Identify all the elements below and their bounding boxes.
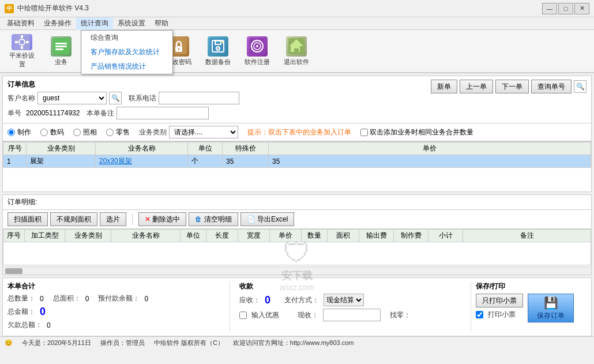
detail-table-wrapper[interactable]: 序号 加工类型 业务类别 业务名称 单位 长度 宽度 单价 数量 面积 输出费 … [3, 229, 591, 267]
cell-special-price: 35 [223, 155, 269, 168]
business-type-label: 业务类别 [139, 127, 167, 137]
summary-title: 本单合计 [7, 282, 230, 291]
phone-label: 联系电话 [129, 93, 156, 103]
svg-rect-8 [55, 46, 67, 47]
order-table: 序号 业务类别 业务名称 单位 特殊价 单价 1 展架 20x30展架 个 35… [2, 141, 592, 192]
query-order-button[interactable]: 查询单号 [531, 80, 572, 93]
menu-business[interactable]: 业务操作 [39, 17, 76, 30]
customer-search-button[interactable]: 🔍 [109, 92, 122, 104]
payment-section: 收款 应收： 0 支付方式： 现金结算 转账 微信 支付宝 输入优惠 现收： 找… [230, 282, 471, 332]
merge-checkbox-label[interactable]: 双击添加业务时相同业务合并数量 [360, 127, 473, 137]
area-label: 总面积： [53, 294, 81, 303]
detail-header: 订单明细: [3, 195, 591, 210]
radio-retail: 零售 [106, 127, 130, 137]
new-order-button[interactable]: 新单 [431, 80, 457, 93]
save-print-section: 保存/打印 只打印小票 打印小票 💾 保存订单 [471, 282, 587, 332]
svg-rect-27 [216, 42, 220, 44]
website-text: 欢迎访问官方网址：http://www.my803.com [233, 339, 354, 347]
prev-order-button[interactable]: 上一单 [460, 80, 493, 93]
today-text: 今天是：2020年5月11日 [22, 339, 91, 347]
note-label: 本单备注 [87, 108, 114, 118]
dropdown-product-sales[interactable]: 产品销售情况统计 [81, 59, 172, 74]
radio-toolbar: 制作 数码 照相 零售 业务类别 请选择.... 提示：双击下表中的业务加入订单… [2, 123, 592, 141]
dropdown-customer-balance[interactable]: 客户预存款及欠款统计 [81, 45, 172, 59]
order-info-title: 订单信息 [7, 80, 239, 89]
note-input[interactable] [116, 107, 209, 119]
discount-checkbox[interactable] [239, 312, 247, 319]
clear-detail-button[interactable]: 🗑 清空明细 [189, 212, 238, 226]
change-label: 找零： [390, 310, 411, 320]
payment-method-select[interactable]: 现金结算 转账 微信 支付宝 [324, 294, 364, 306]
count-value: 0 [40, 295, 44, 303]
radio-retail-input[interactable] [106, 129, 114, 136]
business-icon [51, 36, 72, 57]
merge-checkbox[interactable] [360, 129, 368, 136]
irregular-area-button[interactable]: 不规则面积 [50, 212, 97, 226]
radio-make-input[interactable] [7, 129, 15, 136]
order-search-button[interactable]: 🔍 [574, 80, 587, 93]
merge-label: 双击添加业务时相同业务合并数量 [370, 127, 473, 137]
toolbar-register[interactable]: 软件注册 [240, 33, 275, 69]
summary-section: 本单合计 总数量： 0 总面积： 0 预付款余额： 0 总金额： 0 欠款总额：… [7, 282, 230, 332]
toolbar-exit[interactable]: 退出软件 [279, 33, 314, 69]
total-amount-value: 0 [40, 306, 46, 318]
dcol-length: 长度 [206, 230, 238, 242]
menu-settings[interactable]: 系统设置 [113, 17, 150, 30]
detail-toolbar: 扫描面积 不规则面积 选片 ✕ 删除选中 🗑 清空明细 📄 导出Excel [3, 210, 591, 229]
status-icon: 😊 [5, 339, 13, 347]
bottom-area: 本单合计 总数量： 0 总面积： 0 预付款余额： 0 总金额： 0 欠款总额：… [2, 277, 592, 336]
export-excel-button[interactable]: 📄 导出Excel [240, 212, 295, 226]
toolbar-backup[interactable]: 数据备份 [201, 33, 235, 69]
dcol-biz-type: 业务类别 [65, 230, 111, 242]
tip-text: 提示：双击下表中的业务加入订单 [247, 127, 351, 137]
svg-rect-2 [21, 35, 23, 38]
dcol-process-type: 加工类型 [25, 230, 65, 242]
menu-stats[interactable]: 统计查询 [76, 17, 113, 30]
dcol-unit-price: 单价 [270, 230, 302, 242]
svg-rect-38 [294, 48, 299, 52]
count-label: 总数量： [7, 294, 35, 303]
delete-selected-button[interactable]: ✕ 删除选中 [138, 212, 186, 226]
svg-rect-5 [26, 41, 29, 43]
radio-make-label: 制作 [17, 127, 31, 137]
menu-help[interactable]: 帮助 [150, 17, 173, 30]
window-controls: — □ ✕ [542, 3, 589, 14]
save-order-button[interactable]: 💾 保存订单 [528, 294, 574, 322]
dropdown-comprehensive[interactable]: 综合查询 [81, 31, 172, 45]
operator-text: 操作员：管理员 [100, 339, 145, 347]
dcol-subtotal: 小计 [428, 230, 463, 242]
dcol-qty: 数量 [302, 230, 328, 242]
register-icon [247, 36, 268, 57]
save-order-label: 保存订单 [537, 311, 565, 321]
toolbar-business[interactable]: 业务 [44, 33, 78, 69]
app-icon: 中 [5, 4, 14, 13]
status-bar: 😊 今天是：2020年5月11日 操作员：管理员 中绘软件 版权所有（C） 欢迎… [0, 336, 594, 349]
print-small-checkbox[interactable] [476, 311, 483, 318]
cell-no: 1 [3, 155, 27, 168]
business-label: 业务 [55, 58, 67, 66]
actual-input[interactable] [323, 309, 381, 321]
dcol-unit: 单位 [181, 230, 206, 242]
select-piece-button[interactable]: 选片 [100, 212, 126, 226]
next-order-button[interactable]: 下一单 [495, 80, 529, 93]
minimize-button[interactable]: — [542, 3, 557, 14]
menu-basic[interactable]: 基础资料 [2, 17, 39, 30]
maximize-button[interactable]: □ [558, 3, 573, 14]
close-button[interactable]: ✕ [574, 3, 589, 14]
customer-select[interactable]: guest [37, 92, 107, 104]
business-type-select[interactable]: 请选择.... [169, 126, 238, 138]
phone-input[interactable] [159, 92, 239, 104]
table-row[interactable]: 1 展架 20x30展架 个 35 35 [3, 155, 591, 168]
svg-point-34 [256, 45, 258, 47]
copyright-text: 中绘软件 版权所有（C） [154, 339, 224, 347]
scan-area-button[interactable]: 扫描面积 [7, 212, 48, 226]
toolbar-sqm-settings[interactable]: 平米价设置 [5, 33, 39, 69]
radio-photo-input[interactable] [73, 129, 81, 136]
radio-digital-input[interactable] [40, 129, 48, 136]
print-small-only-button[interactable]: 只打印小票 [476, 294, 523, 307]
horizontal-scrollbar[interactable] [3, 267, 591, 275]
col-unit-price: 单价 [269, 142, 591, 155]
exit-icon [286, 36, 307, 57]
radio-photo-label: 照相 [83, 127, 97, 137]
print-small-label: 打印小票 [488, 310, 516, 320]
